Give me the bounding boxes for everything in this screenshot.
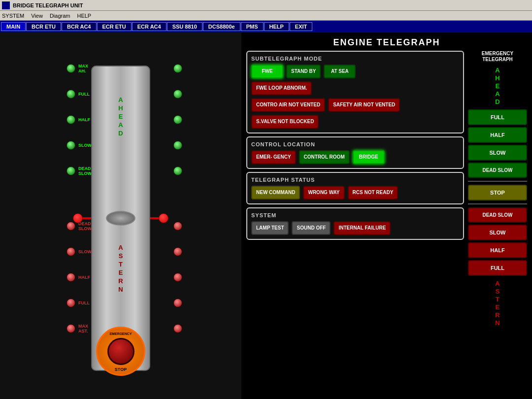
center-knob[interactable] (106, 211, 135, 226)
btn-fwe-loop[interactable]: FWE LOOP ABNORM. (251, 81, 312, 95)
gauge-container: MAXAH. FULL HALF SLOW DEADSLOW (57, 56, 185, 381)
title-bar: BRIDGE TELEGRAPH UNIT (0, 0, 532, 11)
control-location-btn-row: EMER- GENCY CONTROL ROOM BRIDGE (251, 150, 459, 164)
menu-diagram[interactable]: Diagram (50, 13, 70, 19)
r-led-slow-ah (173, 141, 182, 150)
label-slow-ah: SLOW (78, 143, 92, 148)
subtelegraph-btn-row2: FWE LOOP ABNORM. (251, 81, 459, 95)
btn-s-valve[interactable]: S.VALVE NOT BLOCKED (251, 115, 319, 129)
right-panel: ENGINE TELEGRAPH SUBTELEGRAPH MODE FWE S… (241, 33, 532, 399)
et-btn-stop[interactable]: STOP (468, 185, 527, 200)
tab-exit[interactable]: EXIT (290, 22, 312, 31)
emergency-stop-button[interactable] (107, 338, 134, 365)
btn-sound-off[interactable]: SOUND OFF (292, 221, 331, 235)
et-btn-full-ahead[interactable]: FULL (468, 109, 527, 125)
menu-view[interactable]: View (31, 13, 43, 19)
et-btn-slow-astern[interactable]: SLOW (468, 225, 527, 240)
r-led-full-ah (173, 90, 182, 99)
tab-ssu[interactable]: SSU 8810 (167, 22, 202, 31)
r-led-dead-slow-ah (173, 166, 182, 175)
r-led-slow-as (173, 247, 182, 256)
emergency-stop-text: EMERGENCY (109, 332, 132, 335)
led-full-as (66, 299, 75, 307)
app-icon (2, 1, 10, 9)
r-indicator-dead-slow-as (173, 213, 182, 239)
right-indicators (143, 56, 182, 341)
r-indicator-dead-slow-ah (173, 158, 182, 184)
led-slow-as (66, 247, 75, 256)
menu-system[interactable]: SYSTEM (2, 13, 24, 19)
led-dead-slow-as (66, 222, 75, 231)
label-half-ah: HALF (78, 117, 90, 122)
btn-wrong-way[interactable]: WRONG WAY (303, 186, 344, 200)
r-led-dead-slow-as (173, 222, 182, 231)
r-led-half-ah (173, 115, 182, 124)
label-dead-slow-as: DEADSLOW (78, 221, 92, 231)
control-location-title: CONTROL LOCATION (251, 141, 459, 147)
led-max-as (66, 324, 75, 333)
btn-lamp-test[interactable]: LAMP TEST (251, 221, 289, 235)
app-title: BRIDGE TELEGRAPH UNIT (13, 2, 83, 8)
et-btn-slow-ahead[interactable]: SLOW (468, 145, 527, 161)
emergency-telegraph-panel: EMERGENCY TELEGRAPH AHEAD FULL HALF SLOW… (468, 51, 527, 329)
knob-dot-right (159, 213, 168, 223)
r-led-max-ah (173, 64, 182, 73)
tab-help[interactable]: HELP (264, 22, 289, 31)
et-btn-dead-slow-astern[interactable]: DEAD SLOW (468, 207, 527, 223)
led-full-ah (66, 90, 75, 99)
subtelegraph-btn-row3: CONTRO AIR NOT VENTED SAFETY AIR NOT VEN… (251, 98, 459, 129)
et-ahead-label: AHEAD (468, 66, 527, 105)
et-btn-dead-slow-ahead[interactable]: DEAD SLOW (468, 163, 527, 178)
led-max-ah (66, 64, 75, 73)
tab-dcs[interactable]: DCS8800e (203, 22, 240, 31)
btn-control-room[interactable]: CONTROL ROOM (299, 150, 350, 164)
emergency-telegraph-title: EMERGENCY TELEGRAPH (468, 51, 527, 63)
r-indicator-max-as (173, 316, 182, 341)
tab-ecr-ac4[interactable]: ECR AC4 (132, 22, 166, 31)
btn-standby[interactable]: STAND BY (286, 65, 321, 78)
telegraph-status-title: TELEGRAPH STATUS (251, 177, 459, 183)
et-btn-half-ahead[interactable]: HALF (468, 127, 527, 143)
et-btn-full-astern[interactable]: FULL (468, 260, 527, 276)
emergency-stop-container: EMERGENCY STOP (96, 327, 145, 376)
tab-ecr-etu[interactable]: ECR ETU (97, 22, 132, 31)
tab-bcr-ac4[interactable]: BCR AC4 (62, 22, 97, 31)
r-indicator-slow-as (173, 239, 182, 265)
emergency-stop-ring[interactable]: EMERGENCY STOP (96, 327, 145, 376)
engine-telegraph-area: SUBTELEGRAPH MODE FWE STAND BY AT SEA FW… (246, 51, 464, 329)
label-half-as: HALF (78, 275, 90, 280)
tab-pms[interactable]: PMS (241, 22, 264, 31)
btn-emergency-loc[interactable]: EMER- GENCY (251, 150, 296, 164)
led-slow-ah (66, 141, 75, 150)
emergency-stop-label: STOP (115, 367, 127, 372)
r-led-max-as (173, 324, 182, 333)
menu-help[interactable]: HELP (77, 13, 91, 19)
btn-at-sea[interactable]: AT SEA (324, 65, 356, 78)
r-indicator-full-ah (173, 81, 182, 107)
btn-fwe[interactable]: FWE (251, 65, 283, 78)
label-slow-as: SLOW (78, 249, 92, 254)
menu-bar: SYSTEM View Diagram HELP (0, 11, 532, 21)
r-led-full-as (173, 299, 182, 307)
engine-telegraph-title: ENGINE TELEGRAPH (246, 37, 527, 48)
label-dead-slow-ah: DEADSLOW (78, 166, 92, 176)
btn-rcs-not-ready[interactable]: RCS NOT READY (348, 186, 399, 200)
system-btn-row: LAMP TEST SOUND OFF INTERNAL FAILURE (251, 221, 459, 235)
btn-new-command[interactable]: NEW COMMAND (251, 186, 300, 200)
label-full-as: FULL (78, 300, 90, 305)
btn-internal-failure[interactable]: INTERNAL FAILURE (333, 221, 391, 235)
tab-bar: MAIN BCR ETU BCR AC4 ECR ETU ECR AC4 SSU… (0, 21, 532, 33)
btn-bridge[interactable]: BRIDGE (353, 150, 385, 164)
system-section: SYSTEM LAMP TEST SOUND OFF INTERNAL FAIL… (246, 207, 464, 240)
subtelegraph-title: SUBTELEGRAPH MODE (251, 56, 459, 62)
et-btn-half-astern[interactable]: HALF (468, 242, 527, 258)
tab-bcr-etu[interactable]: BCR ETU (26, 22, 61, 31)
tab-main[interactable]: MAIN (1, 22, 26, 31)
label-max-ah: MAXAH. (78, 64, 88, 73)
r-indicator-max-ah (173, 56, 182, 81)
btn-safety-air[interactable]: SAFETY AIR NOT VENTED (328, 98, 400, 112)
label-full-ah: FULL (78, 92, 90, 97)
subtelegraph-btn-row1: FWE STAND BY AT SEA (251, 65, 459, 78)
btn-contro-air[interactable]: CONTRO AIR NOT VENTED (251, 98, 325, 112)
r-indicator-full-as (173, 290, 182, 316)
